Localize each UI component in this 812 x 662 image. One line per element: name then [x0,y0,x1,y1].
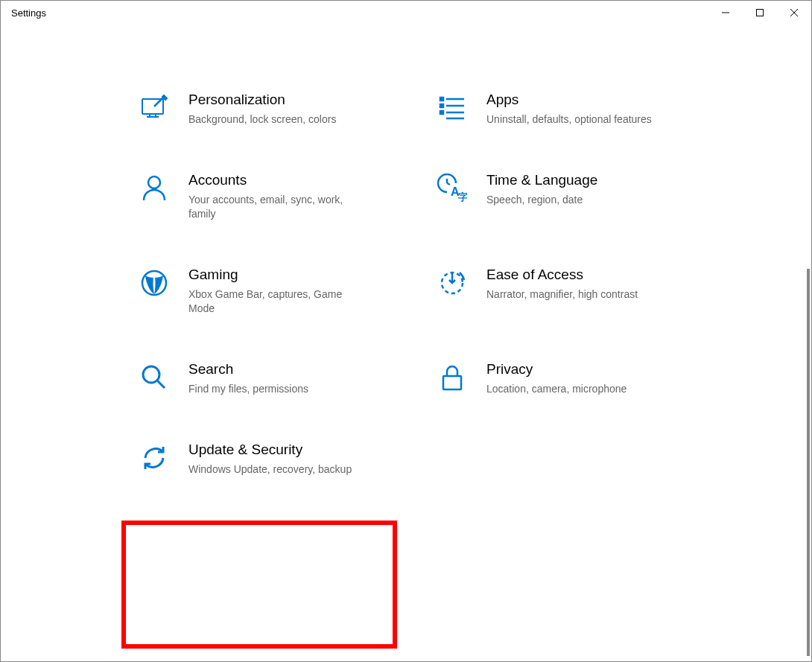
svg-line-17 [447,183,450,185]
svg-line-24 [157,381,165,388]
svg-rect-25 [443,376,461,389]
privacy-item[interactable]: Privacy Location, camera, microphone [436,361,704,397]
privacy-icon [436,361,469,394]
item-sub: Uninstall, defaults, optional features [486,112,652,127]
svg-rect-12 [440,111,443,114]
item-sub: Narrator, magnifier, high contrast [486,287,638,302]
apps-item[interactable]: Apps Uninstall, defaults, optional featu… [436,92,704,127]
item-title: Gaming [188,267,367,283]
item-title: Privacy [486,361,627,378]
accounts-icon [138,172,171,205]
svg-text:字: 字 [458,191,467,203]
apps-icon [436,92,469,124]
svg-rect-1 [757,10,764,16]
gaming-item[interactable]: Gaming Xbox Game Bar, captures, Game Mod… [138,267,406,316]
minimize-button[interactable] [708,1,743,25]
vertical-scrollbar[interactable] [802,269,811,656]
search-item[interactable]: Search Find my files, permissions [138,361,406,397]
svg-rect-10 [440,104,443,107]
item-title: Time & Language [486,172,597,188]
settings-window: Settings [0,0,812,662]
ease-of-access-item[interactable]: Ease of Access Narrator, magnifier, high… [436,267,704,316]
item-sub: Xbox Game Bar, captures, Game Mode [188,287,367,316]
item-title: Personalization [188,92,336,108]
settings-grid: Personalization Background, lock screen,… [108,92,704,477]
svg-point-23 [143,366,159,383]
item-title: Ease of Access [486,267,638,283]
item-title: Search [188,361,308,378]
update-security-icon [138,442,171,474]
window-controls [708,1,811,25]
time-language-icon: A 字 [436,172,469,205]
search-icon [138,361,171,394]
highlight-box [121,521,397,649]
personalization-item[interactable]: Personalization Background, lock screen,… [138,92,406,127]
item-sub: Location, camera, microphone [486,382,627,397]
item-title: Accounts [188,172,367,188]
update-security-item[interactable]: Update & Security Windows Update, recove… [138,442,406,477]
scrollbar-thumb[interactable] [807,269,810,656]
item-title: Apps [486,92,652,108]
personalization-icon [138,92,171,124]
item-sub: Speech, region, date [486,193,597,208]
titlebar: Settings [1,1,811,25]
maximize-button[interactable] [743,1,777,25]
svg-rect-8 [440,98,443,101]
item-sub: Windows Update, recovery, backup [188,462,352,477]
time-language-item[interactable]: A 字 Time & Language Speech, region, date [436,172,704,222]
item-sub: Background, lock screen, colors [188,112,336,127]
item-title: Update & Security [188,442,352,458]
ease-of-access-icon [436,267,469,299]
item-sub: Your accounts, email, sync, work, family [188,193,367,222]
content-area: Personalization Background, lock screen,… [1,25,811,477]
svg-point-15 [148,176,160,188]
close-button[interactable] [777,1,811,25]
accounts-item[interactable]: Accounts Your accounts, email, sync, wor… [138,172,406,222]
window-title: Settings [11,7,46,19]
gaming-icon [138,267,171,299]
item-sub: Find my files, permissions [188,382,308,397]
